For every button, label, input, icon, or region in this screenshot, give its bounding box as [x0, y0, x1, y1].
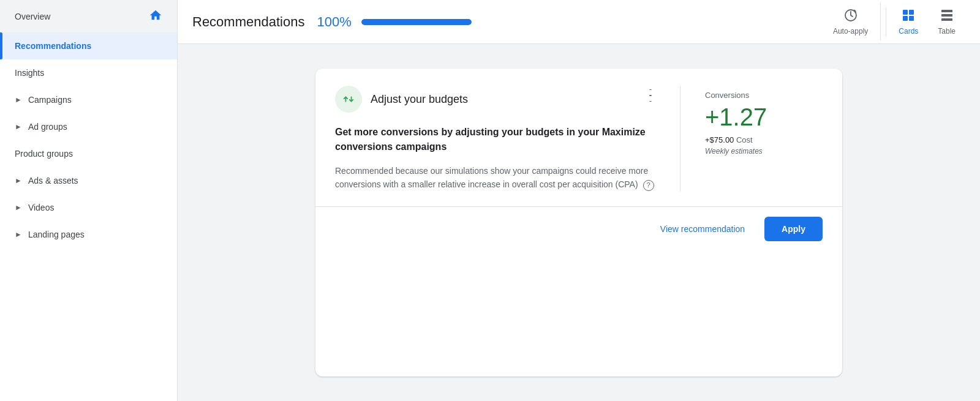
svg-rect-1: [903, 10, 908, 15]
optimization-score: 100%: [317, 14, 351, 30]
card-description: Recommended because our simulations show…: [335, 164, 660, 192]
stats-cost-suffix: Cost: [736, 135, 753, 144]
sidebar-item-ads-assets-label: Ads & assets: [28, 176, 162, 186]
more-options-button[interactable]: [641, 86, 660, 105]
chevron-landing-pages-icon: ►: [15, 230, 22, 239]
sidebar-item-insights[interactable]: Insights: [0, 59, 177, 86]
recommendation-card: Adjust your budgets Get more conversions…: [315, 69, 842, 377]
auto-apply-icon: [843, 8, 858, 24]
sidebar-item-videos[interactable]: ► Videos: [0, 194, 177, 221]
sidebar-item-ad-groups[interactable]: ► Ad groups: [0, 113, 177, 140]
card-body: Adjust your budgets Get more conversions…: [315, 69, 842, 206]
sidebar: Overview Recommendations Insights ► Camp…: [0, 0, 178, 401]
table-label: Table: [938, 27, 956, 36]
stats-cost-value: +$75.00: [705, 135, 734, 144]
card-header-row: Adjust your budgets: [335, 86, 660, 113]
svg-rect-6: [941, 14, 952, 17]
auto-apply-button[interactable]: Auto-apply: [821, 3, 881, 40]
sidebar-item-recommendations[interactable]: Recommendations: [0, 32, 177, 59]
page-title: Recommendations: [192, 14, 304, 30]
sidebar-item-product-groups-label: Product groups: [15, 149, 162, 159]
auto-apply-label: Auto-apply: [833, 27, 868, 36]
card-footer: View recommendation Apply: [315, 206, 842, 251]
home-icon: [149, 9, 162, 24]
sidebar-item-landing-pages[interactable]: ► Landing pages: [0, 221, 177, 248]
table-icon: [940, 8, 954, 24]
chevron-ad-groups-icon: ►: [15, 122, 22, 131]
svg-rect-2: [909, 10, 914, 15]
sidebar-item-product-groups[interactable]: Product groups: [0, 140, 177, 167]
card-main-content: Adjust your budgets Get more conversions…: [335, 86, 660, 192]
chevron-videos-icon: ►: [15, 203, 22, 212]
card-stats-panel: Conversions +1.27 +$75.00 Cost Weekly es…: [700, 86, 823, 192]
header-divider: [886, 7, 886, 37]
sidebar-item-ad-groups-label: Ad groups: [28, 122, 162, 132]
main-area: Recommendations 100% Auto-apply: [178, 0, 980, 401]
cards-view-button[interactable]: Cards: [889, 3, 928, 40]
stats-value: +1.27: [705, 103, 823, 130]
sidebar-item-overview-label: Overview: [15, 12, 149, 21]
header-actions: Auto-apply Cards: [821, 3, 965, 40]
main-content: Adjust your budgets Get more conversions…: [178, 44, 980, 401]
card-title: Adjust your budgets: [371, 93, 660, 106]
table-view-button[interactable]: Table: [928, 3, 965, 40]
card-description-bold: Get more conversions by adjusting your b…: [335, 125, 660, 154]
apply-button[interactable]: Apply: [764, 217, 823, 241]
card-stats-divider: [680, 86, 680, 192]
progress-bar-fill: [361, 19, 472, 25]
stats-label: Conversions: [705, 91, 823, 100]
page-header: Recommendations 100% Auto-apply: [178, 0, 980, 44]
chevron-campaigns-icon: ►: [15, 96, 22, 104]
stats-weekly-note: Weekly estimates: [705, 147, 823, 156]
sidebar-item-landing-pages-label: Landing pages: [28, 230, 162, 239]
chevron-ads-assets-icon: ►: [15, 176, 22, 185]
svg-rect-4: [909, 16, 914, 21]
sidebar-item-recommendations-label: Recommendations: [15, 41, 162, 51]
sidebar-item-ads-assets[interactable]: ► Ads & assets: [0, 167, 177, 194]
stats-cost: +$75.00 Cost: [705, 135, 823, 144]
progress-bar: [361, 19, 472, 25]
sidebar-item-campaigns-label: Campaigns: [28, 95, 162, 105]
sidebar-item-videos-label: Videos: [28, 203, 162, 212]
sidebar-item-overview[interactable]: Overview: [0, 0, 177, 32]
sidebar-item-insights-label: Insights: [15, 68, 162, 78]
cards-icon: [901, 8, 916, 24]
view-recommendation-button[interactable]: View recommendation: [650, 218, 755, 240]
svg-rect-5: [941, 10, 952, 12]
help-icon[interactable]: ?: [643, 180, 654, 191]
cards-label: Cards: [899, 27, 918, 36]
svg-rect-3: [903, 16, 908, 21]
sidebar-item-campaigns[interactable]: ► Campaigns: [0, 86, 177, 113]
svg-rect-7: [941, 18, 952, 21]
budget-adjust-icon: [335, 86, 362, 113]
